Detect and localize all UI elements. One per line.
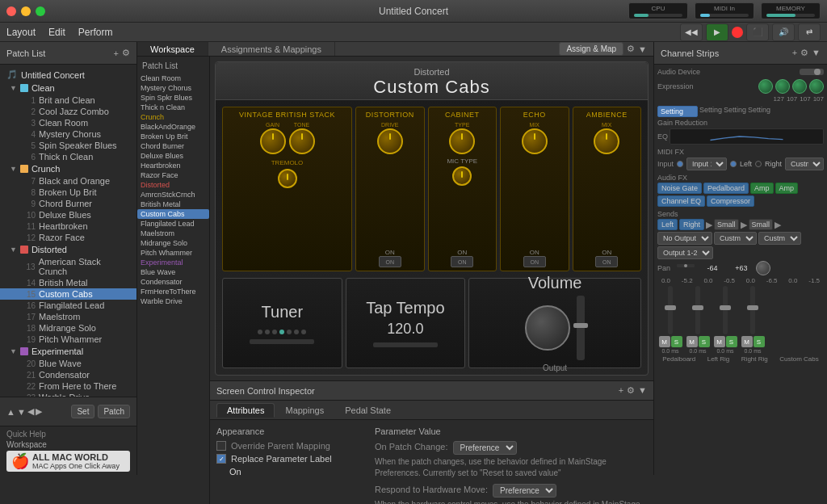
list-item[interactable]: 22From Here to There [0, 380, 136, 392]
custm-output-select-2[interactable]: Custm [758, 232, 801, 245]
list-item[interactable]: 4Mystery Chorus [0, 128, 136, 140]
gain-knob[interactable] [260, 128, 286, 154]
channel-eq-button[interactable]: Channel EQ [657, 195, 705, 207]
setting-input-1[interactable] [657, 106, 698, 117]
pedalboard-solo[interactable]: S [671, 336, 682, 347]
small-send-button-1[interactable]: Small [714, 219, 739, 230]
input-radio[interactable] [677, 161, 683, 167]
list-item[interactable]: 17Maelstrom [0, 311, 136, 322]
sci-settings-icon[interactable]: ⚙ [627, 385, 635, 396]
custom-cabs-fader[interactable] [750, 286, 755, 334]
custm-output-select-1[interactable]: Custm [714, 232, 757, 245]
override-checkbox[interactable] [216, 441, 226, 451]
sidebar-item-clean[interactable]: ▼ Clean [0, 82, 136, 94]
pedalboard-mute[interactable]: M [659, 336, 670, 347]
cabinet-on-toggle[interactable]: ON [451, 256, 473, 267]
rewind-button[interactable]: ◀◀ [680, 23, 703, 41]
mini-list-item-selected[interactable]: Custom Cabs [137, 209, 209, 219]
expression-knob-4[interactable] [809, 79, 824, 94]
list-item[interactable]: 5Spin Speaker Blues [0, 140, 136, 151]
assign-map-button[interactable]: Assign & Map [559, 42, 623, 56]
cs-settings-icon[interactable]: ⚙ [800, 48, 808, 58]
distortion-on-toggle[interactable]: ON [379, 256, 401, 267]
on-patch-change-select[interactable]: Preference [453, 441, 517, 455]
ambience-on-toggle[interactable]: ON [595, 256, 618, 267]
audio-device-slider[interactable] [800, 69, 824, 75]
list-item[interactable]: 10Deluxe Blues [0, 209, 136, 220]
sidebar-item-distorted[interactable]: ▼ Distorted [0, 243, 136, 256]
tab-pedal-state[interactable]: Pedal State [334, 403, 401, 418]
menu-layout[interactable]: Layout [6, 27, 36, 38]
left-radio[interactable] [730, 161, 737, 167]
custom-cabs-solo[interactable]: S [754, 336, 765, 347]
amp-button-2[interactable]: Amp [775, 183, 799, 194]
respond-select[interactable]: Preference [493, 484, 556, 498]
drive-knob[interactable] [377, 128, 403, 154]
list-item[interactable]: 16Flangilated Lead [0, 300, 136, 311]
expression-knob-2[interactable] [775, 79, 790, 94]
right-rig-solo[interactable]: S [726, 336, 737, 347]
list-item[interactable]: 14British Metal [0, 277, 136, 288]
noise-gate-button[interactable]: Noise Gate [657, 183, 702, 194]
left-rig-fader[interactable] [695, 286, 700, 334]
patch-settings-icon[interactable]: ⚙ [122, 48, 130, 58]
nav-left-icon[interactable]: ◀ [27, 406, 34, 417]
tab-workspace[interactable]: Workspace [137, 42, 208, 56]
left-rig-mute[interactable]: M [686, 336, 698, 347]
volume-fader[interactable] [577, 296, 585, 360]
list-item[interactable]: 20Blue Wave [0, 358, 136, 369]
expression-knob-3[interactable] [792, 79, 807, 94]
sci-chevron-icon[interactable]: ▼ [638, 385, 647, 396]
left-send-button[interactable]: Left [657, 219, 678, 230]
input-select[interactable]: Input 1 [686, 158, 727, 170]
patch-button[interactable]: Patch [98, 405, 130, 418]
nav-up-icon[interactable]: ▲ [6, 407, 15, 417]
set-button[interactable]: Set [71, 405, 94, 418]
play-button[interactable]: ▶ [706, 23, 728, 41]
midi-button[interactable]: ⇄ [798, 23, 821, 41]
list-item-selected[interactable]: 15Custom Cabs [0, 288, 136, 300]
list-item[interactable]: 7Black and Orange [0, 175, 136, 187]
workspace-settings-icon[interactable]: ⚙ [627, 44, 635, 54]
nav-right-icon[interactable]: ▶ [36, 406, 42, 417]
silence-button[interactable]: ⬛ [746, 23, 769, 41]
volume-knob[interactable] [525, 305, 570, 351]
sidebar-item-experimental[interactable]: ▼ Experimental [0, 345, 136, 358]
expression-knob-1[interactable] [758, 79, 773, 94]
right-radio[interactable] [755, 161, 762, 167]
mic-type-knob[interactable] [452, 166, 472, 186]
cs-add-icon[interactable]: + [792, 48, 797, 58]
small-send-button-2[interactable]: Small [749, 219, 774, 230]
speaker-button[interactable]: 🔊 [772, 23, 795, 41]
list-item[interactable]: 18Midrange Solo [0, 322, 136, 334]
list-item[interactable]: 9Chord Burner [0, 198, 136, 209]
record-button[interactable] [732, 27, 743, 38]
tab-mappings[interactable]: Mappings [275, 403, 334, 418]
sci-add-icon[interactable]: + [619, 385, 623, 396]
echo-mix-knob[interactable] [522, 128, 548, 154]
output-1-2-select[interactable]: Output 1-2 [657, 246, 713, 259]
compressor-button[interactable]: Compressor [707, 195, 754, 207]
pan-knob[interactable] [756, 261, 770, 275]
right-send-button[interactable]: Right [679, 219, 704, 230]
list-item[interactable]: 11Heartbroken [0, 220, 136, 232]
left-rig-solo[interactable]: S [699, 336, 710, 347]
list-item[interactable]: 19Pitch Whammer [0, 334, 136, 345]
custom-cabs-mute[interactable]: M [741, 336, 753, 347]
menu-perform[interactable]: Perform [78, 27, 113, 38]
tone-knob[interactable] [289, 128, 315, 154]
amp-button-1[interactable]: Amp [750, 183, 774, 194]
custm-select[interactable]: Custm [785, 158, 824, 170]
close-button[interactable] [6, 6, 16, 16]
minimize-button[interactable] [21, 6, 31, 16]
list-item[interactable]: 6Thick n Clean [0, 151, 136, 162]
workspace-expand-icon[interactable]: ▼ [638, 44, 647, 54]
right-rig-fader[interactable] [723, 286, 728, 334]
sidebar-item-crunch[interactable]: ▼ Crunch [0, 162, 136, 175]
list-item[interactable]: 2Cool Jazz Combo [0, 106, 136, 117]
tab-assignments-mappings[interactable]: Assignments & Mappings [208, 42, 335, 56]
replace-checkbox[interactable] [216, 454, 226, 464]
tab-attributes[interactable]: Attributes [216, 403, 275, 418]
list-item[interactable]: 12Razor Face [0, 232, 136, 243]
maximize-button[interactable] [36, 6, 45, 16]
